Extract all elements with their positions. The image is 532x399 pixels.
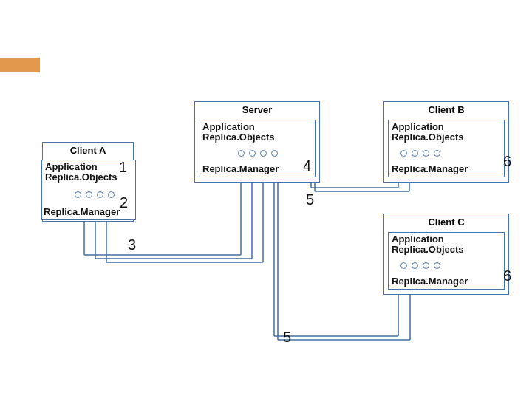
number-5a: 5 [306,191,314,208]
server-circles [238,150,278,157]
client-c-app-label2: Replica.Objects [392,244,464,255]
client-a-title: Client A [43,145,133,156]
server-title: Server [195,104,319,115]
client-b-app-label1: Application [392,121,444,132]
client-b-circles [400,150,440,157]
number-6b: 6 [503,267,511,284]
server-app-box: Application Replica.Objects Replica.Mana… [199,120,316,177]
client-b-app-label2: Replica.Objects [392,132,464,143]
client-c-title: Client C [384,216,508,228]
client-b-rm-label: Replica.Manager [392,163,468,174]
number-4: 4 [303,157,311,174]
server-app-label2: Replica.Objects [202,132,275,143]
client-b-title: Client B [384,104,508,115]
server-box: Server Application Replica.Objects Repli… [194,101,320,183]
client-a-circles [75,191,115,198]
client-a-rm-label: Replica.Manager [44,206,120,217]
number-3: 3 [128,236,136,253]
number-2: 2 [120,194,128,211]
number-1: 1 [119,159,127,176]
client-c-app-label1: Application [392,233,444,245]
client-a-app-label1: Application [45,161,98,172]
client-c-rm-label: Replica.Manager [392,276,468,287]
client-c-app-box: Application Replica.Objects Replica.Mana… [388,232,505,290]
client-c-box: Client C Application Replica.Objects Rep… [383,214,509,295]
server-rm-label: Replica.Manager [202,163,279,174]
client-c-circles [400,262,440,269]
accent-bar [0,58,40,72]
number-6a: 6 [503,153,511,170]
number-5b: 5 [283,329,291,346]
client-b-app-box: Application Replica.Objects Replica.Mana… [388,120,505,177]
client-b-box: Client B Application Replica.Objects Rep… [383,101,509,183]
server-app-label1: Application [202,121,255,132]
client-a-app-label2: Replica.Objects [45,171,117,183]
